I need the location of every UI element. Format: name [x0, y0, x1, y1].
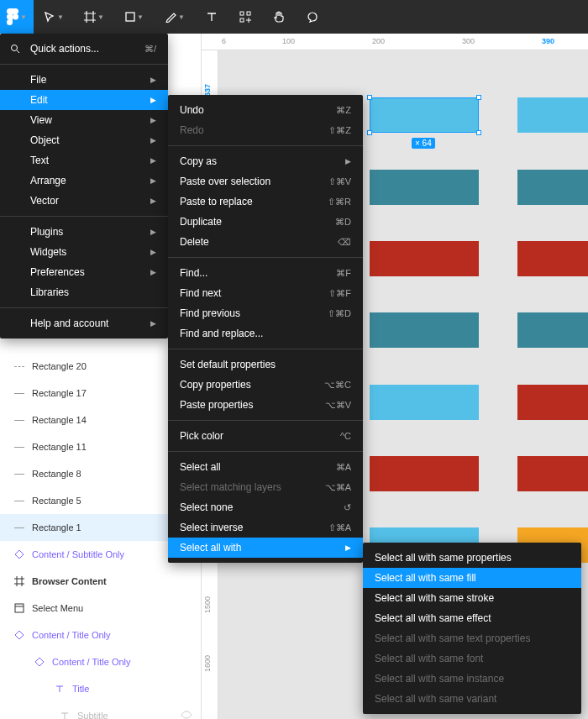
canvas-rectangle[interactable] [370, 241, 479, 276]
chevron-right-icon: ▶ [150, 228, 156, 236]
menu-item-label: Redo [180, 124, 328, 136]
menu-item[interactable]: Arrange▶ [0, 171, 168, 191]
menu-item[interactable]: Find previous⇧⌘D [168, 303, 363, 323]
separator [168, 420, 363, 421]
comment-tool[interactable] [296, 0, 329, 34]
menu-item[interactable]: Select none↺ [168, 497, 363, 517]
menu-item: Select matching layers⌥⌘A [168, 477, 363, 497]
menu-item[interactable]: Edit▶ [0, 90, 168, 110]
menu-item[interactable]: File▶ [0, 70, 168, 90]
shortcut: ⇧⌘V [328, 176, 351, 187]
menu-item[interactable]: Select all with same fill [363, 568, 581, 588]
line-icon [13, 522, 25, 533]
menu-item[interactable]: View▶ [0, 110, 168, 130]
shortcut: ⌘/ [144, 44, 156, 55]
layer-item[interactable]: Browser Content [0, 568, 201, 595]
menu-item[interactable]: Select all with same effect [363, 608, 581, 628]
chevron-right-icon: ▶ [345, 157, 351, 165]
layer-item[interactable]: Title [0, 675, 201, 702]
menu-item[interactable]: Pick color^C [168, 426, 363, 446]
menu-item[interactable]: Find and replace... [168, 323, 363, 344]
canvas-rectangle[interactable] [370, 456, 479, 491]
layer-label: Rectangle 8 [32, 469, 81, 479]
shortcut: ⇧⌘F [328, 288, 351, 299]
menu-item[interactable]: Find...⌘F [168, 263, 363, 283]
ruler-tick: 200 [372, 37, 385, 45]
menu-item[interactable]: Select all with▶ [168, 538, 363, 558]
menu-quick-actions[interactable]: Quick actions... ⌘/ [0, 39, 168, 59]
diamond-icon [13, 548, 25, 560]
hand-tool[interactable] [262, 0, 296, 34]
shortcut: ⇧⌘Z [328, 125, 351, 136]
menu-item-label: Paste to replace [180, 196, 328, 207]
layer-item[interactable]: Content / Title Only [0, 622, 201, 648]
menu-item[interactable]: Paste to replace⇧⌘R [168, 192, 363, 212]
canvas-rectangle[interactable] [370, 385, 479, 420]
shape-tool[interactable]: ▼ [114, 0, 155, 34]
menu-item-label: Select all with same variant [375, 693, 570, 705]
menu-item-label: Select all with same effect [375, 612, 570, 624]
resources-tool[interactable] [228, 0, 262, 34]
menu-item[interactable]: Set default properties [168, 354, 363, 375]
menu-item[interactable]: Select all⌘A [168, 457, 363, 477]
layer-label: Content / Subtitle Only [32, 549, 124, 559]
selection-handle[interactable] [367, 95, 372, 100]
selection-handle[interactable] [367, 130, 372, 135]
canvas-rectangle[interactable] [370, 97, 479, 133]
layer-item[interactable]: Content / Title Only [0, 648, 201, 675]
menu-item-label: Arrange [30, 175, 150, 186]
canvas-rectangle[interactable] [517, 241, 588, 276]
dash-icon [13, 360, 25, 372]
line-icon [13, 468, 25, 480]
menu-item[interactable]: Duplicate⌘D [168, 212, 363, 232]
move-tool[interactable]: ▼ [34, 0, 74, 34]
menu-item[interactable]: Select all with same stroke [363, 588, 581, 608]
menu-item[interactable]: Select all with same properties [363, 548, 581, 568]
canvas-rectangle[interactable] [370, 170, 479, 205]
separator [168, 349, 363, 349]
text-tool[interactable] [195, 0, 228, 34]
layer-item[interactable]: Subtitle [0, 702, 201, 719]
menu-item[interactable]: Copy properties⌥⌘C [168, 375, 363, 395]
layer-item[interactable]: Select Menu [0, 595, 201, 622]
menu-item-label: Find... [180, 267, 336, 279]
menu-item[interactable]: Widgets▶ [0, 242, 168, 262]
menu-item[interactable]: Copy as▶ [168, 151, 363, 171]
menu-item[interactable]: Object▶ [0, 130, 168, 150]
canvas-rectangle[interactable] [370, 312, 479, 348]
pen-tool[interactable]: ▼ [155, 0, 195, 34]
menu-item[interactable]: Help and account▶ [0, 313, 168, 333]
figma-logo-button[interactable]: ▼ [0, 0, 34, 34]
canvas-rectangle[interactable] [517, 170, 588, 205]
canvas-rectangle[interactable] [517, 312, 588, 348]
selection-handle[interactable] [476, 95, 481, 100]
menu-item[interactable]: Plugins▶ [0, 222, 168, 242]
chevron-right-icon: ▶ [150, 197, 156, 205]
canvas-rectangle[interactable] [517, 456, 588, 491]
chevron-right-icon: ▶ [150, 176, 156, 185]
menu-item-label: Plugins [30, 226, 150, 238]
menu-item[interactable]: Preferences▶ [0, 262, 168, 282]
menu-item[interactable]: Select inverse⇧⌘A [168, 517, 363, 538]
menu-item-label: Quick actions... [30, 43, 144, 55]
menu-item-label: Vector [30, 195, 150, 207]
canvas-rectangle[interactable] [517, 385, 588, 420]
layer-label: Rectangle 11 [32, 442, 87, 452]
menu-item[interactable]: Libraries [0, 282, 168, 302]
visibility-icon[interactable] [181, 711, 192, 719]
selection-handle[interactable] [476, 130, 481, 135]
ruler-horizontal: 6100200300390500 [202, 34, 588, 50]
canvas-rectangle[interactable] [517, 97, 588, 133]
menu-item[interactable]: Paste properties⌥⌘V [168, 395, 363, 415]
separator [0, 216, 168, 217]
menu-item[interactable]: Delete⌫ [168, 232, 363, 252]
menu-item[interactable]: Text▶ [0, 150, 168, 171]
menu-item[interactable]: Vector▶ [0, 191, 168, 211]
frame-tool[interactable]: ▼ [74, 0, 114, 34]
menu-item[interactable]: Undo⌘Z [168, 100, 363, 120]
menu-item[interactable]: Paste over selection⇧⌘V [168, 171, 363, 192]
menu-item-label: Preferences [30, 266, 150, 278]
shortcut: ⌫ [338, 237, 351, 248]
menu-item[interactable]: Find next⇧⌘F [168, 283, 363, 303]
text-icon [54, 683, 66, 695]
